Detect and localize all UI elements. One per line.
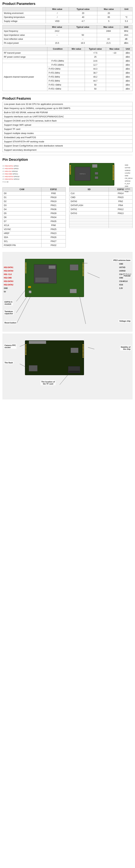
row-typical: 12.7 [85,63,106,67]
row-cond: F=FD->3MHz [47,83,68,87]
cam-col: CAM [3,187,41,191]
row-unit: dBm [123,87,132,91]
feature-item: Support TF card [3,127,132,131]
callout-tf-card: The location ofthe TF card [41,380,56,385]
pin-description-section: Pin Description I/O HS2-DATA1 GPIO4 I/O … [2,158,133,399]
rf-col-typical: Typical value [85,47,106,51]
table-row: RF transmit power +7.5 ~10 dBm [3,51,133,55]
tf-card-slot [68,366,80,373]
row-min [68,71,85,75]
row-max [106,59,123,63]
esp32-module-chip: ESP32-S [75,167,91,181]
section-divider-2 [2,155,133,155]
label-hs2-data3: HS2-DATA3 [4,280,13,283]
table-row: DATA/FLASHPIN4 [69,204,133,208]
svg-line-7 [88,347,94,349]
product-parameters-title: Product Parameters [2,2,133,6]
table-row [69,219,133,220]
table-row: VSYNCPIN25 [3,227,66,231]
pad [70,168,71,169]
row-typical [69,29,97,33]
esp32-col: ESP32 [41,187,66,191]
pcb-diagram-2: Camera FPCsocket Stability ofthe chip Th… [2,334,133,399]
pad [70,166,71,167]
feature-item: Support image WiFi upload [3,123,132,127]
row-max: 10 [97,37,120,41]
pad [113,166,114,167]
row-min [68,87,85,91]
feature-item: Support secondary development [3,148,132,152]
feature-item: Built-in 520 KB SRAM, external 4M PSRAM [3,111,132,115]
row-unit: dBm [123,51,132,55]
pad [82,351,83,352]
row-typical: 50 [85,83,106,87]
table-row: Operating temperature / 40 85 °C [3,15,133,19]
pin-label: POW 3V [2,181,20,183]
pin-label: GND [125,175,133,177]
row-max [106,63,123,67]
row-min [68,83,85,87]
cam-esp32-table-container: CAM ESP32 D0PIN5 D1PIN18 D2PIN19 D3PIN21… [2,187,66,249]
callout-voltage: Voltage chip [119,319,131,322]
pin-label: I/O HS2-CMD GPIO11 [2,173,20,175]
pad [82,274,83,275]
row-typical: 50 [85,87,106,91]
row-typical: – [69,37,97,41]
table-row [69,223,133,225]
pad [25,271,26,272]
left-pads [70,165,71,175]
callout-camera-fpc: Camera FPCsocket [4,344,16,349]
row-unit: ohm [120,33,132,37]
pcb-board-diagram1 [25,259,84,297]
row-typical: 16.5 [69,41,97,45]
tf-slot-inner [69,371,80,373]
row-mim: / [46,11,69,15]
pad [82,357,83,358]
camera-fpc [29,341,46,344]
pad [82,347,83,348]
pin-label: UOTXD [125,166,133,169]
sd-col: SD [69,187,109,191]
row-cond: F=FD+2MHz [47,67,68,71]
row-typical: 44.7 [85,79,106,83]
module-inner [35,277,49,282]
pad [82,271,83,272]
row-unit: dBm [123,79,132,83]
pad [82,350,83,351]
pad [82,272,83,273]
row-typical: 20 [69,11,97,15]
pin-label: GPIO16 [125,180,133,182]
pad [113,169,114,170]
row-unit: 5.3 [120,19,132,23]
pad [25,270,26,271]
svg-line-5 [79,293,86,324]
pin-label: UORXD [125,169,133,172]
label-hs2-data0: HS2-DATA0 [4,269,13,273]
row-label: Operating temperature [3,15,46,19]
pad [113,179,114,180]
svg-line-4 [16,295,31,324]
pad [70,174,71,175]
pin-label: U1RXD [125,188,133,190]
table-row: D2PIN19 [3,199,66,204]
row-max [106,71,123,75]
right-edge-pads2 [82,344,83,358]
pad [82,266,83,266]
table-row: XCLKPIN0 [3,223,66,227]
row-max [106,75,123,79]
pad [25,348,26,349]
voltage-chip [70,289,77,293]
row-mim: VDD [46,19,69,23]
table-row: D1PIN18 [3,195,66,199]
feature-item: Supports interfaces such as UART/SPI/I2C… [3,115,132,119]
label-uotxd: UOTXD [119,266,131,269]
row-label: Adjacent channel transmit power [3,63,47,91]
feature-item: Embedded Lwip and FreeRTOS [3,135,132,140]
pad [82,275,83,276]
row-label: Supply voltage [3,19,46,23]
table-row: DATA3PIN13 [69,212,133,215]
row-max: ~10 [106,51,123,55]
row-max: 5 [97,19,121,23]
row-min [68,67,85,71]
row-min [68,79,85,83]
